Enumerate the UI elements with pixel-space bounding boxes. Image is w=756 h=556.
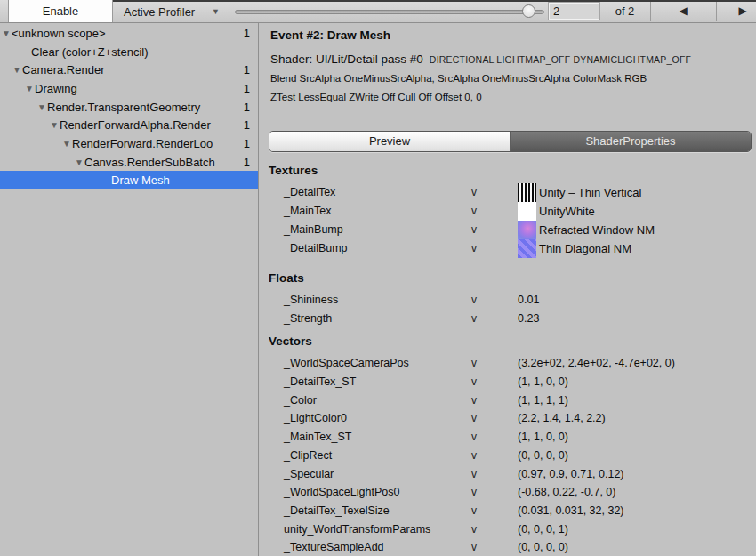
property-stage-flag: v: [471, 447, 477, 465]
property-value: 0.23: [518, 310, 539, 328]
property-row: _DetailTex_STv(1, 1, 0, 0): [259, 373, 756, 391]
event-number-input[interactable]: [549, 3, 599, 20]
property-stage-flag: v: [471, 183, 477, 202]
property-row: _DetailBumpvThin Diagonal NM: [259, 239, 756, 258]
tree-item[interactable]: ▼Camera.Render1: [0, 60, 258, 79]
tree-item-label: Render.TransparentGeometry: [47, 98, 200, 117]
property-stage-flag: v: [471, 310, 477, 328]
shader-info-line: Shader: UI/Lit/Detail pass #0DIRECTIONAL…: [270, 52, 691, 66]
event-slider-thumb[interactable]: [522, 4, 535, 18]
property-row: _WorldSpaceLightPos0v(-0.68, 0.22, -0.7,…: [259, 483, 756, 502]
foldout-triangle-icon[interactable]: ▼: [25, 79, 34, 98]
arrow-right-icon: ▶: [738, 4, 746, 17]
next-event-button[interactable]: ▶: [716, 0, 756, 22]
texture-thumbnail[interactable]: [518, 202, 536, 221]
section-header-vectors: Vectors: [259, 333, 756, 354]
foldout-triangle-icon[interactable]: ▼: [37, 98, 46, 117]
property-name: _Strength: [284, 310, 332, 328]
foldout-triangle-icon[interactable]: ▼: [62, 134, 71, 153]
tree-item-label: Draw Mesh: [111, 171, 170, 189]
foldout-triangle-icon[interactable]: ▼: [2, 24, 11, 43]
tree-item[interactable]: ▼RenderForwardAlpha.Render1: [0, 116, 258, 134]
property-row: _Strengthv0.23: [259, 310, 756, 328]
tree-item[interactable]: ▼Render.TransparentGeometry1: [0, 98, 258, 117]
property-value: (0, 0, 0, 1): [518, 520, 568, 539]
tree-item[interactable]: Draw Mesh: [0, 171, 258, 189]
tree-item-count: 1: [244, 153, 250, 172]
property-stage-flag: v: [471, 202, 477, 221]
property-row: _TextureSampleAddv(0, 0, 0, 0): [259, 538, 756, 556]
event-slider[interactable]: [235, 10, 544, 14]
shader-properties-list: Textures_DetailTexvUnity – Thin Vertical…: [259, 157, 756, 556]
tree-item-count: 1: [244, 134, 250, 153]
property-name: _DetailBump: [284, 239, 348, 258]
texture-name: Refracted Window NM: [539, 221, 655, 239]
tree-item[interactable]: ▼RenderForward.RenderLoo1: [0, 134, 258, 153]
property-row: _MainTexvUnityWhite: [259, 202, 756, 221]
event-tree-panel: ▼<unknown scope>1Clear (color+Z+stencil)…: [0, 23, 259, 556]
property-stage-flag: v: [471, 409, 477, 428]
texture-thumbnail[interactable]: [518, 183, 536, 202]
property-name: _TextureSampleAdd: [284, 538, 384, 556]
previous-event-button[interactable]: ◀: [650, 0, 716, 22]
chevron-down-icon: ▼: [212, 2, 220, 22]
tree-item-label: Clear (color+Z+stencil): [31, 43, 149, 61]
tree-item-label: RenderForward.RenderLoo: [72, 134, 213, 153]
tree-item-count: 1: [244, 60, 250, 79]
tree-item[interactable]: ▼Canvas.RenderSubBatch1: [0, 153, 258, 172]
texture-thumbnail[interactable]: [518, 221, 536, 239]
active-profiler-dropdown[interactable]: Active Profiler ▼: [113, 2, 229, 22]
foldout-triangle-icon[interactable]: ▼: [50, 116, 59, 134]
property-row: _WorldSpaceCameraPosv(3.2e+02, 2.4e+02, …: [259, 354, 756, 373]
property-name: _ClipRect: [284, 447, 332, 465]
property-value: (0.031, 0.031, 32, 32): [518, 502, 624, 520]
property-name: _Shininess: [284, 291, 338, 310]
tree-item[interactable]: ▼<unknown scope>1: [0, 24, 258, 43]
property-name: _DetailTex_TexelSize: [284, 502, 390, 520]
property-stage-flag: v: [471, 502, 477, 520]
property-row: unity_WorldTransformParamsv(0, 0, 0, 1): [259, 520, 756, 539]
property-name: _DetailTex_ST: [284, 373, 356, 391]
property-value: (2.2, 1.4, 1.4, 2.2): [518, 409, 606, 428]
property-value: (0, 0, 0, 0): [518, 447, 568, 465]
property-name: _MainTex: [284, 202, 332, 221]
tree-item-label: Drawing: [35, 79, 77, 98]
property-value: 0.01: [518, 291, 539, 310]
property-row: _Specularv(0.97, 0.9, 0.71, 0.12): [259, 465, 756, 484]
tree-item-label: Camera.Render: [22, 60, 105, 79]
property-name: _MainTex_ST: [284, 428, 351, 447]
property-stage-flag: v: [471, 373, 477, 391]
detail-tab-bar: Preview ShaderProperties: [269, 131, 752, 152]
tree-item-label: <unknown scope>: [12, 24, 106, 43]
property-name: _WorldSpaceCameraPos: [284, 354, 409, 373]
property-row: _DetailTexvUnity – Thin Vertical: [259, 183, 756, 202]
shader-keywords: DIRECTIONAL LIGHTMAP_OFF DYNAMICLIGHTMAP…: [430, 54, 691, 65]
active-profiler-label: Active Profiler: [124, 5, 195, 19]
property-value: (0, 0, 0, 0): [518, 538, 568, 556]
tree-item[interactable]: Clear (color+Z+stencil): [0, 43, 258, 61]
property-stage-flag: v: [471, 520, 477, 539]
tree-item[interactable]: ▼Drawing1: [0, 79, 258, 98]
property-name: _LightColor0: [284, 409, 347, 428]
section-header-floats: Floats: [259, 270, 756, 291]
enable-button[interactable]: Enable: [8, 0, 113, 22]
foldout-triangle-icon[interactable]: ▼: [75, 153, 84, 172]
foldout-triangle-icon[interactable]: ▼: [12, 60, 21, 79]
property-row: _DetailTex_TexelSizev(0.031, 0.031, 32, …: [259, 502, 756, 520]
property-stage-flag: v: [471, 221, 477, 239]
tab-shader-properties[interactable]: ShaderProperties: [511, 132, 751, 151]
shader-name: Shader: UI/Lit/Detail pass #0: [270, 52, 423, 66]
texture-thumbnail[interactable]: [518, 239, 536, 258]
section-header-textures: Textures: [259, 162, 756, 183]
tab-preview[interactable]: Preview: [269, 132, 511, 151]
event-details-panel: Event #2: Draw Mesh Shader: UI/Lit/Detai…: [259, 23, 756, 556]
property-row: _Shininessv0.01: [259, 291, 756, 310]
property-row: _MainTex_STv(1, 1, 0, 0): [259, 428, 756, 447]
property-name: unity_WorldTransformParams: [284, 520, 430, 539]
property-stage-flag: v: [471, 465, 477, 484]
texture-name: Unity – Thin Vertical: [539, 183, 641, 202]
property-value: (0.97, 0.9, 0.71, 0.12): [518, 465, 624, 484]
texture-name: Thin Diagonal NM: [539, 239, 631, 258]
property-stage-flag: v: [471, 391, 477, 410]
property-value: (3.2e+02, 2.4e+02, -4.7e+02, 0): [518, 354, 675, 373]
